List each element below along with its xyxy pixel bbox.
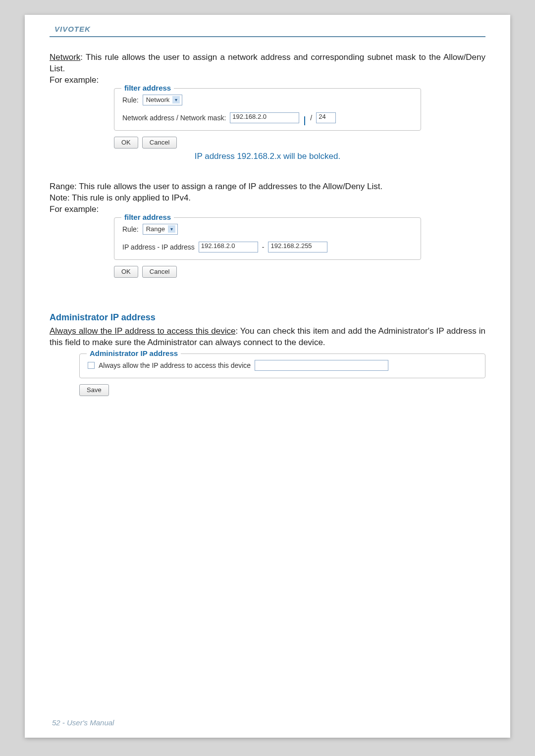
slash: / xyxy=(310,114,312,122)
always-allow-label: Always allow the IP address to access th… xyxy=(99,361,251,369)
cancel-button-2[interactable]: Cancel xyxy=(142,266,177,278)
chevron-down-icon: ▾ xyxy=(168,225,175,233)
rule-label-1: Rule: xyxy=(122,96,139,104)
network-paragraph: Network: This rule allows the user to as… xyxy=(50,52,485,75)
filter1-caption: IP address 192.168.2.x will be bolcked. xyxy=(114,151,421,161)
rule-label-2: Rule: xyxy=(122,225,139,233)
ok-button-1[interactable]: OK xyxy=(114,137,138,149)
rule-select-1[interactable]: Network ▾ xyxy=(143,95,183,105)
page: VIVOTEK Network: This rule allows the us… xyxy=(25,15,510,738)
admin-heading: Administrator IP address xyxy=(50,312,485,323)
network-lead: Network xyxy=(50,52,80,62)
network-mask-label: Network address / Network mask: xyxy=(122,114,226,122)
ok-button-2[interactable]: OK xyxy=(114,266,138,278)
admin-ip-panel: Administrator IP address Always allow th… xyxy=(79,353,485,378)
chevron-down-icon: ▾ xyxy=(172,96,180,103)
ip-range-label: IP address - IP address xyxy=(122,243,195,251)
range-line1: Range: This rule allows the user to assi… xyxy=(50,181,485,193)
cancel-button-1[interactable]: Cancel xyxy=(142,137,177,149)
rule-select-value-2: Range xyxy=(146,225,165,233)
admin-paragraph: Always allow the IP address to access th… xyxy=(50,326,485,349)
page-footer: 52 - User's Manual xyxy=(52,718,114,727)
filter-address-legend-2: filter address xyxy=(121,213,174,221)
filter-address-legend-1: filter address xyxy=(121,84,174,92)
network-address-input[interactable]: 192.168.2.0 xyxy=(230,112,299,123)
range-line2: Note: This rule is only applied to IPv4. xyxy=(50,193,485,204)
admin-lead: Always allow the IP address to access th… xyxy=(50,326,235,336)
for-example-2: For example: xyxy=(50,204,485,215)
dash: - xyxy=(262,243,265,251)
ip-from-input[interactable]: 192.168.2.0 xyxy=(199,242,258,252)
admin-ip-legend: Administrator IP address xyxy=(87,349,181,357)
network-rest: : This rule allows the user to assign a … xyxy=(50,52,485,73)
callout-line-1 xyxy=(304,116,305,125)
filter-address-panel-2: filter address Rule: Range ▾ IP address … xyxy=(114,217,421,260)
brand-logo: VIVOTEK xyxy=(50,25,485,33)
always-allow-checkbox[interactable] xyxy=(88,362,95,369)
rule-select-2[interactable]: Range ▾ xyxy=(143,224,178,235)
network-mask-input[interactable]: 24 xyxy=(316,112,336,123)
save-button[interactable]: Save xyxy=(79,384,109,396)
admin-ip-input[interactable] xyxy=(255,360,388,371)
header-divider xyxy=(50,36,485,37)
for-example-1: For example: xyxy=(50,75,485,86)
filter-address-panel-1: filter address Rule: Network ▾ Network a… xyxy=(114,88,421,131)
ip-to-input[interactable]: 192.168.2.255 xyxy=(268,242,327,252)
rule-select-value-1: Network xyxy=(146,96,170,103)
